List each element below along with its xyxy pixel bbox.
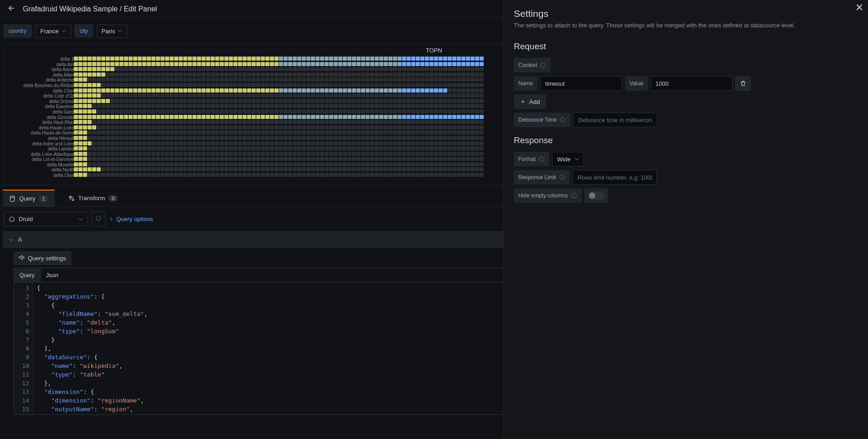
debounce-input[interactable]	[573, 113, 657, 127]
datasource-select[interactable]: Druid	[4, 212, 88, 226]
info-icon	[559, 117, 566, 123]
tab-transform[interactable]: Transform 0	[62, 190, 124, 207]
chevron-down-icon	[118, 29, 122, 33]
var-label-city: city	[75, 25, 93, 37]
plus-icon	[520, 99, 526, 104]
query-settings-button[interactable]: Query settings	[14, 252, 71, 265]
context-name-label: Name	[514, 76, 537, 91]
datasource-name: Druid	[19, 216, 75, 222]
svg-point-1	[10, 196, 14, 198]
format-select[interactable]: Wide	[552, 152, 584, 166]
chevron-down-icon	[78, 217, 83, 222]
editor-code[interactable]: { "aggregations": [ { "fieldName": "sum_…	[33, 283, 151, 414]
response-heading: Response	[514, 135, 858, 145]
response-limit-label: Response Limit	[514, 170, 570, 185]
back-arrow-icon[interactable]	[7, 4, 16, 14]
database-icon	[9, 196, 16, 202]
settings-title: Settings	[514, 8, 858, 19]
gear-icon	[19, 255, 25, 262]
chevron-down-icon	[62, 29, 66, 33]
response-limit-input[interactable]	[573, 170, 657, 185]
context-value-label: Value	[625, 76, 648, 91]
info-icon	[559, 174, 565, 181]
chevron-down-icon	[9, 238, 13, 242]
query-id: A	[18, 236, 22, 243]
chevron-down-icon	[574, 157, 579, 161]
delete-context-button[interactable]	[735, 76, 751, 91]
query-settings-label: Query settings	[28, 255, 66, 262]
settings-sidebar: ✕ Settings The settings to attach to the…	[503, 0, 868, 439]
debounce-label: Debounce Time	[514, 113, 570, 127]
tab-badge: 1	[39, 196, 48, 202]
hide-empty-label: Hide empty columns	[514, 188, 582, 203]
page-title: Grafadruid Wikipedia Sample / Edit Panel	[23, 5, 157, 13]
var-select-country[interactable]: France	[35, 25, 71, 38]
context-name-input[interactable]	[540, 76, 622, 91]
svg-point-4	[21, 258, 23, 259]
var-select-city[interactable]: Paris	[97, 25, 128, 38]
tab-query[interactable]: Query 1	[3, 190, 55, 207]
format-label: Format	[514, 152, 549, 166]
request-heading: Request	[514, 41, 858, 52]
query-type-value[interactable]: Json	[41, 268, 64, 282]
var-label-country: country	[4, 25, 31, 37]
svg-point-2	[10, 217, 15, 222]
transform-icon	[68, 195, 75, 201]
var-value: Paris	[102, 28, 115, 35]
add-context-button[interactable]: Add	[514, 94, 546, 109]
druid-icon	[9, 216, 15, 222]
info-icon	[538, 156, 545, 162]
datasource-info-button[interactable]	[92, 212, 105, 227]
trash-icon	[740, 80, 746, 87]
chevron-right-icon	[109, 217, 114, 222]
info-icon	[540, 62, 546, 68]
tab-label: Transform	[78, 195, 105, 201]
tab-badge: 0	[108, 195, 118, 201]
close-icon[interactable]: ✕	[855, 2, 863, 14]
query-options-toggle[interactable]: Query options	[109, 216, 153, 222]
tab-label: Query	[19, 195, 35, 202]
query-type-label: Query	[14, 269, 41, 282]
editor-gutter: 123456789101112131415	[14, 283, 33, 414]
var-value: France	[40, 28, 58, 35]
hide-empty-toggle[interactable]	[588, 191, 604, 200]
info-icon	[571, 192, 577, 199]
heatmap-y-axis: delta 1delta Aindelta Aisnedelta Allierd…	[8, 57, 74, 178]
context-label: Context	[514, 58, 551, 72]
settings-description: The settings to attach to the query. Tho…	[514, 22, 858, 29]
context-value-input[interactable]	[651, 76, 733, 91]
query-options-label: Query options	[116, 216, 153, 222]
